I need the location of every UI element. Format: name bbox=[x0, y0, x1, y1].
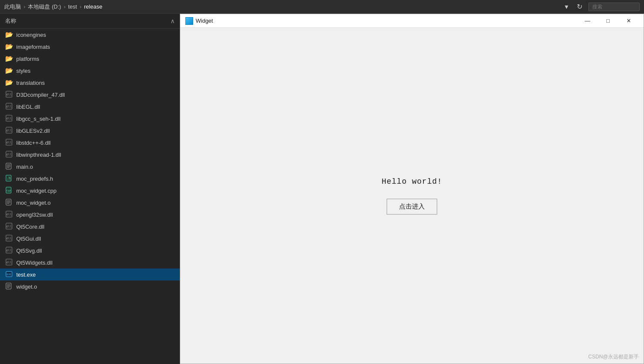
list-item[interactable]: dll Qt5Core.dll bbox=[0, 221, 180, 233]
widget-window: Widget — □ ✕ Hello world! 点击进入 bbox=[180, 14, 644, 364]
svg-text:cpp: cpp bbox=[6, 189, 11, 192]
file-name: Qt5Core.dll bbox=[16, 224, 45, 230]
file-name: libstdc++-6.dll bbox=[16, 140, 51, 146]
file-name: imageformats bbox=[16, 44, 50, 50]
file-list: 📂iconengines📂imageformats📂platforms📂styl… bbox=[0, 29, 180, 364]
widget-content: Hello world! 点击进入 bbox=[180, 28, 644, 364]
folder-icon: 📂 bbox=[5, 79, 13, 87]
folder-icon: 📂 bbox=[5, 31, 13, 39]
svg-text:dll: dll bbox=[6, 225, 12, 228]
list-item[interactable]: 📂styles bbox=[0, 65, 180, 77]
close-button[interactable]: ✕ bbox=[619, 14, 638, 28]
list-item[interactable]: dll Qt5Gui.dll bbox=[0, 233, 180, 245]
cpp-icon: cpp bbox=[5, 187, 13, 194]
file-name: moc_predefs.h bbox=[16, 176, 53, 182]
svg-text:dll: dll bbox=[6, 93, 12, 96]
obj-icon bbox=[5, 283, 13, 290]
file-name: styles bbox=[16, 68, 30, 74]
list-item[interactable]: 📂iconengines bbox=[0, 29, 180, 41]
dll-icon: dll bbox=[5, 223, 13, 230]
svg-text:dll: dll bbox=[6, 129, 12, 132]
breadcrumb-release[interactable]: release bbox=[84, 3, 102, 10]
list-item[interactable]: dll libgcc_s_seh-1.dll bbox=[0, 113, 180, 125]
file-name: test.exe bbox=[16, 272, 36, 278]
file-name: translations bbox=[16, 80, 45, 86]
explorer-titlebar: 此电脑 › 本地磁盘 (D:) › test › release ▾ ↻ bbox=[0, 0, 644, 14]
folder-icon: 📂 bbox=[5, 43, 13, 51]
file-name: D3Dcompiler_47.dll bbox=[16, 92, 65, 98]
svg-text:dll: dll bbox=[6, 237, 12, 240]
file-name: Qt5Svg.dll bbox=[16, 248, 42, 254]
collapse-icon[interactable]: ∧ bbox=[170, 18, 175, 24]
breadcrumb-pc[interactable]: 此电脑 bbox=[4, 3, 21, 11]
list-item[interactable]: EXE test.exe bbox=[0, 269, 180, 280]
svg-text:EXE: EXE bbox=[7, 273, 12, 276]
list-item[interactable]: widget.o bbox=[0, 280, 180, 292]
file-name: libgcc_s_seh-1.dll bbox=[16, 116, 60, 122]
minimize-button[interactable]: — bbox=[578, 14, 597, 28]
dll-icon: dll bbox=[5, 91, 13, 98]
list-item[interactable]: moc_widget.o bbox=[0, 197, 180, 209]
dll-icon: dll bbox=[5, 151, 13, 158]
dll-icon: dll bbox=[5, 139, 13, 146]
list-item[interactable]: 📂translations bbox=[0, 77, 180, 89]
dll-icon: dll bbox=[5, 235, 13, 242]
list-item[interactable]: dll D3Dcompiler_47.dll bbox=[0, 89, 180, 101]
file-name: Qt5Widgets.dll bbox=[16, 260, 53, 266]
breadcrumb: 此电脑 › 本地磁盘 (D:) › test › release bbox=[4, 3, 562, 11]
file-name: Qt5Gui.dll bbox=[16, 236, 41, 242]
obj-icon bbox=[5, 163, 13, 170]
list-item[interactable]: dll libGLESv2.dll bbox=[0, 125, 180, 137]
svg-text:dll: dll bbox=[6, 117, 12, 120]
list-item[interactable]: dll opengl32sw.dll bbox=[0, 209, 180, 221]
dropdown-button[interactable]: ▾ bbox=[562, 2, 571, 12]
file-name: moc_widget.o bbox=[16, 200, 51, 206]
dll-icon: dll bbox=[5, 103, 13, 110]
obj-icon bbox=[5, 199, 13, 206]
folder-icon: 📂 bbox=[5, 67, 13, 75]
svg-text:.h: .h bbox=[6, 176, 11, 180]
list-item[interactable]: main.o bbox=[0, 161, 180, 173]
widget-area: Widget — □ ✕ Hello world! 点击进入 CSDN@永远都是… bbox=[180, 14, 644, 364]
list-item[interactable]: 📂imageformats bbox=[0, 41, 180, 53]
exe-icon: EXE bbox=[5, 271, 13, 278]
search-input[interactable] bbox=[588, 3, 640, 11]
file-name: widget.o bbox=[16, 283, 37, 290]
dll-icon: dll bbox=[5, 259, 13, 266]
svg-text:dll: dll bbox=[6, 153, 12, 156]
file-name: iconengines bbox=[16, 32, 46, 38]
list-item[interactable]: cpp moc_widget.cpp bbox=[0, 185, 180, 197]
file-name: libwinpthread-1.dll bbox=[16, 152, 61, 158]
file-panel: 名称 ∧ 📂iconengines📂imageformats📂platforms… bbox=[0, 14, 180, 364]
svg-text:dll: dll bbox=[6, 213, 12, 216]
widget-titlebar: Widget — □ ✕ bbox=[180, 14, 644, 28]
list-item[interactable]: dll libstdc++-6.dll bbox=[0, 137, 180, 149]
hello-text: Hello world! bbox=[382, 177, 442, 186]
widget-title: Widget bbox=[196, 18, 578, 24]
widget-controls: — □ ✕ bbox=[578, 14, 638, 28]
main-layout: 名称 ∧ 📂iconengines📂imageformats📂platforms… bbox=[0, 14, 644, 364]
dll-icon: dll bbox=[5, 127, 13, 134]
list-item[interactable]: dll Qt5Svg.dll bbox=[0, 245, 180, 257]
file-column-header: 名称 bbox=[5, 17, 16, 25]
svg-text:dll: dll bbox=[6, 105, 12, 108]
maximize-button[interactable]: □ bbox=[598, 14, 618, 28]
list-item[interactable]: dll libwinpthread-1.dll bbox=[0, 149, 180, 161]
widget-app-icon bbox=[185, 17, 193, 25]
list-item[interactable]: .h moc_predefs.h bbox=[0, 173, 180, 185]
file-name: opengl32sw.dll bbox=[16, 212, 53, 218]
refresh-button[interactable]: ↻ bbox=[574, 2, 585, 12]
svg-text:dll: dll bbox=[6, 261, 12, 264]
breadcrumb-test[interactable]: test bbox=[68, 3, 77, 10]
click-enter-button[interactable]: 点击进入 bbox=[387, 199, 437, 215]
list-item[interactable]: dll Qt5Widgets.dll bbox=[0, 257, 180, 269]
dll-icon: dll bbox=[5, 247, 13, 254]
file-header: 名称 ∧ bbox=[0, 14, 180, 29]
breadcrumb-drive[interactable]: 本地磁盘 (D:) bbox=[28, 3, 61, 11]
svg-text:dll: dll bbox=[6, 141, 12, 144]
svg-text:dll: dll bbox=[6, 249, 12, 252]
list-item[interactable]: dll libEGL.dll bbox=[0, 101, 180, 113]
list-item[interactable]: 📂platforms bbox=[0, 53, 180, 65]
file-name: libGLESv2.dll bbox=[16, 128, 50, 134]
file-name: libEGL.dll bbox=[16, 104, 40, 110]
